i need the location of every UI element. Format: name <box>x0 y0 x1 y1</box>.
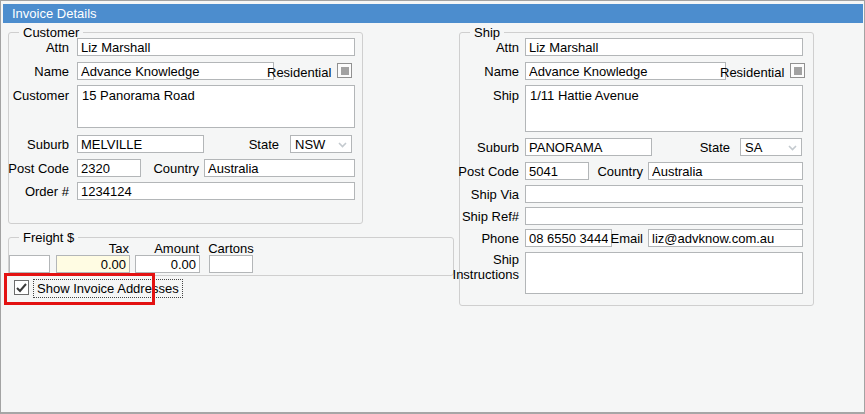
ship-state-value: SA <box>745 140 762 155</box>
ship-address-textarea[interactable]: 1/11 Hattie Avenue <box>525 85 803 132</box>
indeterminate-mark-icon <box>794 67 802 75</box>
chevron-down-icon <box>785 141 799 154</box>
customer-name-label: Name <box>1 64 69 79</box>
freight-cartons-header: Cartons <box>205 241 257 256</box>
window-title: Invoice Details <box>12 6 97 21</box>
customer-address-textarea[interactable]: 15 Panorama Road <box>77 85 355 128</box>
ship-country-input[interactable] <box>648 162 803 180</box>
customer-group-label: Customer <box>19 25 83 40</box>
ship-postcode-label: Post Code <box>431 164 519 179</box>
ship-country-label: Country <box>593 164 643 179</box>
ship-ref-input[interactable] <box>525 207 803 225</box>
freight-amount-header: Amount <box>139 241 199 256</box>
ship-instructions-label: Ship Instructions <box>431 252 519 282</box>
ship-phone-label: Phone <box>431 231 519 246</box>
customer-state-select[interactable]: NSW <box>290 135 352 153</box>
ship-attn-input[interactable] <box>525 38 803 56</box>
customer-residential-label: Residential <box>267 65 331 80</box>
ship-residential-label: Residential <box>720 65 784 80</box>
ship-residential-checkbox[interactable] <box>790 63 805 78</box>
customer-state-value: NSW <box>295 137 325 152</box>
invoice-details-window: Invoice Details Customer Attn Name Resid… <box>0 0 865 414</box>
customer-suburb-label: Suburb <box>1 137 69 152</box>
ship-ref-label: Ship Ref# <box>431 209 519 224</box>
customer-country-input[interactable] <box>204 159 355 177</box>
customer-residential-checkbox[interactable] <box>337 63 352 78</box>
checkmark-icon <box>16 283 27 293</box>
customer-country-label: Country <box>149 161 199 176</box>
ship-via-input[interactable] <box>525 185 803 203</box>
freight-cartons-input[interactable] <box>209 255 253 273</box>
ship-email-input[interactable] <box>648 229 803 247</box>
freight-amount-input[interactable] <box>9 255 50 273</box>
ship-address-label: Ship <box>431 88 519 103</box>
ship-attn-label: Attn <box>431 40 519 55</box>
ship-name-label: Name <box>431 64 519 79</box>
show-invoice-addresses-checkbox[interactable] <box>14 280 29 295</box>
indeterminate-mark-icon <box>341 67 349 75</box>
customer-attn-label: Attn <box>1 40 69 55</box>
window-titlebar: Invoice Details <box>3 4 863 23</box>
ship-via-label: Ship Via <box>431 187 519 202</box>
chevron-down-icon <box>335 138 349 151</box>
customer-postcode-label: Post Code <box>1 161 69 176</box>
ship-name-input[interactable] <box>525 62 726 80</box>
customer-state-label: State <box>231 137 279 152</box>
ship-email-label: Email <box>595 231 643 246</box>
freight-tax-header: Tax <box>69 241 129 256</box>
customer-attn-input[interactable] <box>77 38 355 56</box>
freight-amount-total-input[interactable] <box>135 255 200 273</box>
customer-name-input[interactable] <box>77 62 274 80</box>
ship-state-select[interactable]: SA <box>740 138 802 156</box>
customer-postcode-input[interactable] <box>77 159 141 177</box>
customer-order-input[interactable] <box>77 182 355 200</box>
customer-address-label: Customer <box>1 88 69 103</box>
freight-tax-input[interactable] <box>56 255 130 273</box>
ship-postcode-input[interactable] <box>525 162 589 180</box>
customer-suburb-input[interactable] <box>77 135 204 153</box>
show-invoice-addresses-label[interactable]: Show Invoice Addresses <box>33 279 183 298</box>
customer-order-label: Order # <box>1 184 69 199</box>
ship-group-label: Ship <box>470 25 504 40</box>
ship-suburb-label: Suburb <box>431 140 519 155</box>
ship-state-label: State <box>682 140 730 155</box>
ship-suburb-input[interactable] <box>525 138 652 156</box>
ship-instructions-textarea[interactable] <box>525 252 803 294</box>
